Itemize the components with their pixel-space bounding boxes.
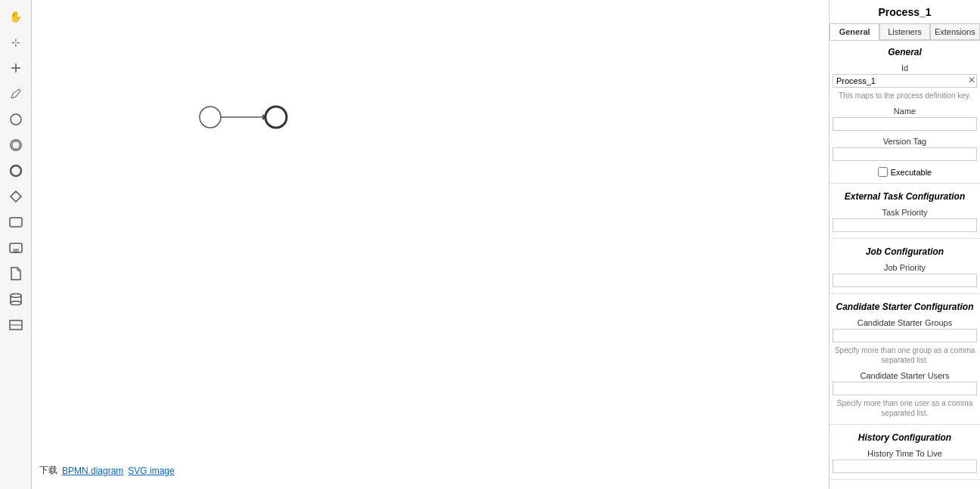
svg-rect-7 (10, 218, 22, 227)
executable-label: Executable (891, 168, 932, 177)
data-store-button[interactable] (5, 289, 26, 310)
divider-3 (830, 293, 980, 294)
canvas-content: 下载 BPMN diagram SVG image (32, 0, 829, 489)
id-label: Id (830, 60, 980, 74)
svg-point-21 (265, 107, 287, 128)
candidate-starter-title: Candidate Starter Configuration (830, 297, 980, 315)
svg-point-15 (11, 302, 21, 305)
candidate-users-label: Candidate Starter Users (830, 368, 980, 382)
external-task-title: External Task Configuration (830, 187, 980, 205)
start-event-button[interactable] (5, 109, 26, 130)
id-field-wrapper: ✕ (833, 74, 977, 88)
select-tool-button[interactable]: ⊹ (5, 32, 26, 53)
panel-tabs: General Listeners Extensions (830, 23, 980, 41)
candidate-users-hint: Specify more than one user as a comma se… (830, 398, 980, 421)
panel-title: Process_1 (830, 0, 980, 23)
id-clear-button[interactable]: ✕ (968, 75, 975, 85)
subprocess-button[interactable] (5, 237, 26, 258)
task-button[interactable] (5, 212, 26, 233)
lasso-tool-button[interactable] (5, 57, 26, 79)
history-ttl-label: History Time To Live (830, 446, 980, 460)
name-input[interactable] (833, 117, 977, 131)
divider-2 (830, 238, 980, 239)
svg-point-4 (12, 141, 20, 149)
gateway-button[interactable] (5, 186, 26, 207)
download-label: 下载 (39, 464, 57, 477)
download-bar: 下载 BPMN diagram SVG image (39, 464, 175, 477)
history-config-title: History Configuration (830, 428, 980, 446)
tab-listeners[interactable]: Listeners (879, 23, 929, 40)
toolbar: ✋ ⊹ (0, 0, 32, 489)
version-tag-label: Version Tag (830, 134, 980, 147)
divider-1 (830, 183, 980, 184)
right-panel: Process_1 General Listeners Extensions G… (829, 0, 980, 489)
divider-4 (830, 424, 980, 425)
history-ttl-input[interactable] (833, 460, 977, 473)
job-priority-label: Job Priority (830, 260, 980, 274)
candidate-groups-hint: Specify more than one group as a comma s… (830, 345, 980, 368)
name-label: Name (830, 104, 980, 117)
general-section-title: General (830, 41, 980, 60)
intermediate-event-button[interactable] (5, 135, 26, 156)
download-bpmn-button[interactable]: BPMN diagram (62, 466, 123, 476)
lane-button[interactable] (5, 314, 26, 336)
executable-checkbox[interactable] (878, 167, 888, 177)
svg-point-2 (11, 114, 21, 125)
job-config-title: Job Configuration (830, 242, 980, 260)
version-tag-input[interactable] (833, 147, 977, 161)
download-svg-button[interactable]: SVG image (128, 466, 174, 476)
svg-point-18 (200, 107, 221, 128)
svg-point-12 (11, 294, 21, 298)
data-object-button[interactable] (5, 263, 26, 284)
job-priority-input[interactable] (833, 274, 977, 287)
id-input[interactable] (833, 74, 977, 88)
task-priority-input[interactable] (833, 218, 977, 232)
bpmn-diagram (198, 98, 289, 138)
candidate-groups-label: Candidate Starter Groups (830, 315, 980, 329)
tab-extensions[interactable]: Extensions (930, 23, 980, 40)
candidate-groups-input[interactable] (833, 329, 977, 342)
canvas[interactable]: 下载 BPMN diagram SVG image (32, 0, 829, 489)
pen-tool-button[interactable] (5, 83, 26, 104)
candidate-users-input[interactable] (833, 382, 977, 395)
svg-point-5 (11, 166, 21, 176)
executable-row: Executable (830, 164, 980, 180)
tab-general[interactable]: General (830, 23, 879, 40)
id-hint: This maps to the process definition key. (830, 91, 980, 104)
end-event-button[interactable] (5, 160, 26, 181)
task-priority-label: Task Priority (830, 205, 980, 218)
svg-marker-6 (11, 191, 21, 202)
divider-5 (830, 479, 980, 480)
hand-tool-button[interactable]: ✋ (5, 6, 26, 27)
documentation-title: Documentation (830, 483, 980, 489)
